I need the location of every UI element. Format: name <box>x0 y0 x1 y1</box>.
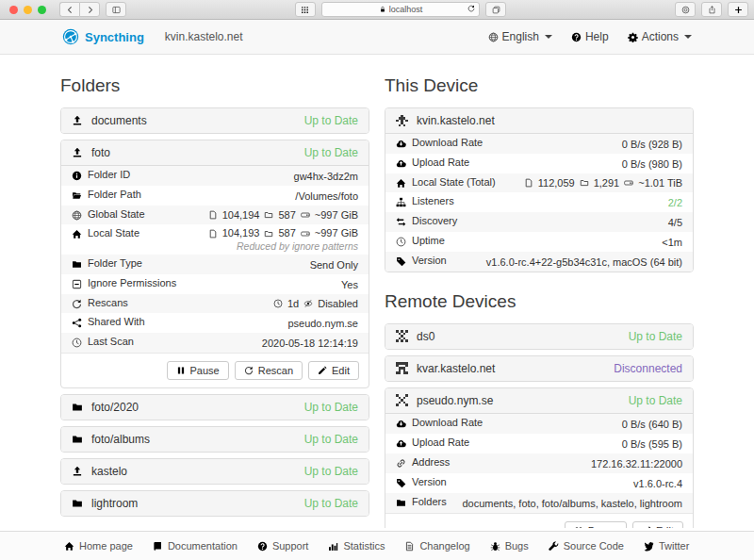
detail-row: Upload Rate0 B/s (595 B) <box>385 434 693 453</box>
remote-device-details: Download Rate0 B/s (640 B)Upload Rate0 B… <box>385 414 693 513</box>
main-content: Folders documentsUp to DatefotoUp to Dat… <box>0 55 754 528</box>
tab-overview-button[interactable] <box>485 2 506 17</box>
rescan-button[interactable]: Rescan <box>235 361 303 380</box>
folder-panel: kasteloUp to Date <box>60 458 369 485</box>
detail-value-segment: 587 <box>278 226 295 240</box>
footer-link-statistics[interactable]: Statistics <box>328 540 385 552</box>
detail-label: Upload Rate <box>396 156 469 170</box>
footer-link-home-page[interactable]: Home page <box>64 540 133 552</box>
tabs-icon <box>492 6 500 14</box>
this-device-panel-header[interactable]: kvin.kastelo.net <box>385 108 693 134</box>
pause-icon <box>176 366 186 375</box>
wrench-icon <box>549 541 559 552</box>
detail-value-segment: 172.16.32.11:22000 <box>591 457 682 471</box>
detail-row: Download Rate0 B/s (928 B) <box>385 134 693 154</box>
share-button[interactable] <box>701 2 722 17</box>
detail-value-segment: 2020-05-18 12:14:19 <box>262 337 358 351</box>
folder-details: Folder IDgw4hx-3dz2mFolder Path/Volumes/… <box>61 166 369 353</box>
detail-row: Listeners2/2 <box>385 192 693 212</box>
detail-value: 2020-05-18 12:14:19 <box>262 337 358 351</box>
folder-panel: lightroomUp to Date <box>60 490 369 517</box>
detail-value: 4/5 <box>668 216 682 230</box>
close-window-button[interactable] <box>9 6 18 14</box>
detail-value: 104,194587~997 GiB <box>208 208 358 222</box>
detail-label: Address <box>396 455 450 469</box>
this-device-details: Download Rate0 B/s (928 B)Upload Rate0 B… <box>385 134 693 272</box>
navbar-item-label: Actions <box>642 30 679 43</box>
footer-link-label: Twitter <box>659 540 689 552</box>
detail-value: 0 B/s (928 B) <box>622 138 682 152</box>
forward-button[interactable] <box>79 2 100 17</box>
sidebar-toggle-button[interactable] <box>106 2 126 17</box>
footer-link-documentation[interactable]: Documentation <box>153 540 238 552</box>
share-safari-icon <box>708 6 716 14</box>
folder-panel-header[interactable]: foto/2020Up to Date <box>61 395 369 420</box>
detail-label: Folder Type <box>72 256 142 271</box>
detail-row: Folder IDgw4hx-3dz2m <box>61 166 369 186</box>
new-tab-button[interactable] <box>728 2 748 17</box>
folder-outline-icon <box>580 178 589 188</box>
remote-device-panel-header[interactable]: ds0Up to Date <box>385 324 693 349</box>
remote-device-panel: kvar.kastelo.netDisconnected <box>385 355 694 382</box>
remote-device-panel-header[interactable]: pseudo.nym.seUp to Date <box>385 388 693 414</box>
detail-value-segment: <1m <box>662 236 682 250</box>
folder-panel-header[interactable]: documentsUp to Date <box>61 108 369 133</box>
edit-button[interactable]: Edit <box>308 361 359 380</box>
navbar-item-label: Help <box>585 30 609 43</box>
detail-value: Send Only <box>310 258 358 272</box>
folder-name: documents <box>91 114 147 127</box>
hdd-icon <box>301 210 310 220</box>
pause-button[interactable]: Pause <box>565 521 627 529</box>
file-icon <box>524 178 533 188</box>
navbar-item-actions[interactable]: Actions <box>628 30 692 43</box>
folder-outline-icon <box>264 210 273 220</box>
refresh-icon <box>72 298 82 308</box>
exchange-icon <box>396 216 406 226</box>
bug-icon <box>490 541 500 552</box>
detail-value: /Volumes/foto <box>295 189 358 204</box>
globe-icon <box>488 32 499 42</box>
status-badge: Up to Date <box>304 433 358 446</box>
tag-icon <box>396 477 406 487</box>
detail-row: Foldersdocuments, foto, foto/albums, kas… <box>385 493 693 513</box>
sidebar-icon <box>112 6 121 14</box>
footer-link-twitter[interactable]: Twitter <box>644 540 689 552</box>
footer: Home pageDocumentationSupportStatisticsC… <box>0 531 754 560</box>
folder-name: foto <box>91 146 110 159</box>
navbar-item-english[interactable]: English <box>488 30 552 43</box>
folder-panel-header[interactable]: fotoUp to Date <box>61 140 369 166</box>
favorites-grid-button[interactable] <box>295 2 316 17</box>
detail-value-segment: 4/5 <box>668 216 682 230</box>
folder-name: foto/2020 <box>91 401 139 414</box>
this-device-panel: kvin.kastelo.netDownload Rate0 B/s (928 … <box>385 107 694 272</box>
syncthing-brand[interactable]: Syncthing <box>62 28 144 45</box>
device-identicon <box>396 362 408 374</box>
pause-button[interactable]: Pause <box>167 361 229 380</box>
navbar-item-help[interactable]: Help <box>571 30 609 43</box>
edit-button[interactable]: Edit <box>632 521 683 529</box>
detail-row: Local State (Total)112,0591,291~1.01 TiB <box>385 173 693 192</box>
minimize-window-button[interactable] <box>24 6 32 14</box>
status-badge: Disconnected <box>614 362 682 375</box>
footer-link-changelog[interactable]: Changelog <box>404 540 469 552</box>
footer-link-bugs[interactable]: Bugs <box>490 540 529 552</box>
chevron-right-icon <box>86 6 94 14</box>
folder-icon <box>396 497 406 507</box>
folder-panel-header[interactable]: kasteloUp to Date <box>61 459 369 484</box>
reload-icon[interactable] <box>467 5 475 12</box>
device-hostname: kvin.kastelo.net <box>165 30 243 43</box>
status-badge: Up to Date <box>629 394 682 407</box>
detail-row: Upload Rate0 B/s (980 B) <box>385 154 693 173</box>
footer-link-source-code[interactable]: Source Code <box>549 540 624 552</box>
extension-button[interactable] <box>675 2 696 17</box>
detail-value: <1m <box>662 236 682 250</box>
address-bar[interactable]: localhost <box>321 2 481 17</box>
folder-panel-header[interactable]: lightroomUp to Date <box>61 491 369 516</box>
footer-link-support[interactable]: Support <box>257 540 309 552</box>
zoom-window-button[interactable] <box>38 6 46 14</box>
folder-panel-header[interactable]: foto/albumsUp to Date <box>61 427 369 452</box>
folder-icon <box>72 258 82 269</box>
remote-device-panel-header[interactable]: kvar.kastelo.netDisconnected <box>385 356 693 381</box>
back-button[interactable] <box>59 2 79 17</box>
detail-label: Local State <box>72 226 139 240</box>
